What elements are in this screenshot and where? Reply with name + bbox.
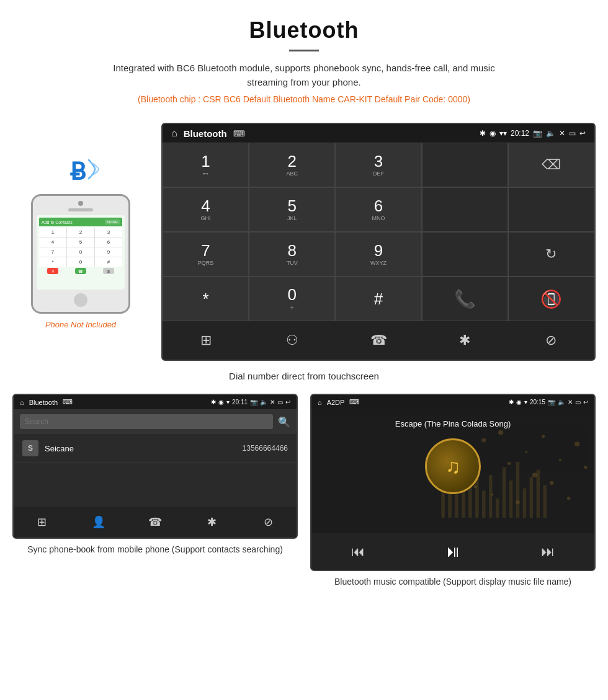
dial-key-6[interactable]: 6 MNO	[335, 187, 421, 232]
music-back[interactable]: ↩	[583, 399, 588, 405]
music-sig: ▾	[524, 399, 527, 405]
close-icon[interactable]: ✕	[559, 129, 565, 138]
svg-rect-30	[516, 462, 519, 518]
dial-key-4[interactable]: 4 GHI	[163, 187, 249, 232]
next-button[interactable]: ⏭	[529, 544, 567, 560]
svg-point-16	[567, 497, 570, 500]
phonebook-empty	[14, 463, 297, 507]
music-cam: 📷	[548, 399, 555, 405]
nav-contacts[interactable]: ⚇	[249, 327, 335, 353]
svg-rect-34	[543, 485, 547, 518]
dial-key-7[interactable]: 7 PQRS	[163, 232, 249, 277]
song-title: Escape (The Pina Colada Song)	[395, 419, 511, 428]
music-main-area: Escape (The Pina Colada Song) ♫	[311, 409, 594, 533]
prev-button[interactable]: ⏮	[339, 544, 377, 560]
phone-dial-grid: 1 2 3 4 5 6 7 8 9 * 0 #	[39, 228, 122, 267]
phonebook-item: ⌂ Bluetooth ⌨ ✱ ◉ ▾ 20:11 📷 🔈 ✕ ▭ ↩	[12, 394, 298, 588]
phone-screen: Add to Contacts MORE 1 2 3 4 5 6 7 8 9 *…	[37, 215, 125, 290]
location-icon: ◉	[490, 129, 496, 138]
pb-signal: ▾	[226, 399, 230, 405]
pb-win[interactable]: ▭	[277, 399, 283, 405]
svg-rect-32	[530, 477, 533, 518]
empty-cell-3	[508, 187, 594, 232]
dial-key-2[interactable]: 2 ABC	[249, 143, 335, 187]
search-input[interactable]	[20, 414, 273, 429]
pb-nav-phone[interactable]: ☎	[127, 512, 183, 533]
phonebook-caption: Sync phone-book from mobile phone (Suppo…	[27, 544, 283, 556]
refresh-key[interactable]: ↻	[508, 232, 594, 277]
phonebook-screen: ⌂ Bluetooth ⌨ ✱ ◉ ▾ 20:11 📷 🔈 ✕ ▭ ↩	[12, 394, 298, 539]
phone-screen-header: Add to Contacts MORE	[39, 218, 122, 226]
phone-mockup: Add to Contacts MORE 1 2 3 4 5 6 7 8 9 *…	[31, 194, 130, 314]
svg-point-9	[507, 462, 511, 465]
pb-cam: 📷	[250, 399, 257, 405]
back-icon[interactable]: ↩	[579, 129, 586, 138]
svg-rect-21	[455, 495, 458, 518]
window-icon[interactable]: ▭	[569, 129, 576, 138]
svg-point-8	[498, 430, 503, 435]
phone-speaker	[68, 208, 93, 211]
dial-key-star[interactable]: *	[163, 277, 249, 321]
music-close[interactable]: ✕	[568, 399, 573, 405]
camera-icon: 📷	[533, 129, 542, 138]
dial-key-0[interactable]: 0 +	[249, 277, 335, 321]
title-divider	[289, 50, 319, 51]
dial-key-3[interactable]: 3 DEF	[335, 143, 421, 187]
svg-rect-29	[509, 481, 512, 518]
nav-bluetooth[interactable]: ✱	[422, 327, 508, 353]
phone-home-button	[74, 293, 87, 307]
phonebook-search-row: 🔍	[14, 409, 297, 434]
contact-row[interactable]: S Seicane 13566664466	[14, 434, 297, 463]
nav-dialpad[interactable]: ⊞	[163, 327, 249, 353]
nav-phone[interactable]: ☎	[335, 327, 421, 353]
pb-nav-contacts[interactable]: 👤	[70, 512, 127, 533]
dial-key-hash[interactable]: #	[335, 277, 421, 321]
bluetooth-specs: (Bluetooth chip : CSR BC6 Default Blueto…	[12, 94, 596, 104]
music-title: A2DP	[327, 399, 345, 406]
empty-cell-2	[422, 187, 508, 232]
music-caption: Bluetooth music compatible (Support disp…	[334, 576, 571, 588]
home-icon[interactable]: ⌂	[171, 128, 177, 139]
phone-container: Ƀ Add to Contacts MORE 1 2 3 4 5	[12, 123, 149, 329]
car-bottom-nav: ⊞ ⚇ ☎ ✱ ⊘	[163, 321, 594, 360]
phone-camera	[78, 201, 83, 206]
phonebook-bottom-nav: ⊞ 👤 ☎ ✱ ⊘	[14, 507, 297, 538]
pb-nav-bt[interactable]: ✱	[184, 512, 240, 533]
pb-nav-dialpad[interactable]: ⊞	[14, 512, 70, 533]
backspace-key[interactable]: ⌫	[508, 143, 594, 187]
pb-back[interactable]: ↩	[285, 399, 290, 405]
pb-home-icon[interactable]: ⌂	[20, 399, 24, 406]
svg-rect-28	[503, 467, 506, 518]
dialpad-area: 1 ⊷ 2 ABC 3 DEF ⌫ 4 GHI	[163, 143, 594, 321]
phonebook-status-bar: ⌂ Bluetooth ⌨ ✱ ◉ ▾ 20:11 📷 🔈 ✕ ▭ ↩	[14, 395, 297, 409]
album-art: ♫	[425, 438, 481, 494]
pb-nav-disconnect[interactable]: ⊘	[240, 512, 297, 533]
car-status-bar: ⌂ Bluetooth ⌨ ✱ ◉ ▾▾ 20:12 📷 🔈 ✕ ▭ ↩	[163, 124, 594, 143]
time-display: 20:12	[511, 129, 529, 138]
call-button[interactable]: 📞	[422, 277, 508, 321]
pb-close[interactable]: ✕	[270, 399, 275, 405]
nav-disconnect[interactable]: ⊘	[508, 327, 594, 353]
main-content: Ƀ Add to Contacts MORE 1 2 3 4 5	[0, 123, 608, 361]
play-pause-button[interactable]: ⏯	[432, 542, 473, 561]
screen-title: Bluetooth	[184, 128, 227, 139]
search-icon[interactable]: 🔍	[278, 416, 290, 428]
svg-point-13	[542, 435, 545, 438]
contact-name: Seicane	[45, 444, 243, 453]
page-header: Bluetooth Integrated with BC6 Bluetooth …	[0, 0, 608, 123]
dial-key-9[interactable]: 9 WXYZ	[335, 232, 421, 277]
page-description: Integrated with BC6 Bluetooth module, su…	[93, 61, 515, 89]
svg-point-15	[559, 458, 561, 461]
contact-avatar: S	[22, 440, 38, 456]
dial-key-5[interactable]: 5 JKL	[249, 187, 335, 232]
end-call-button[interactable]: 📵	[508, 277, 594, 321]
pb-loc-icon: ◉	[218, 399, 224, 405]
dial-key-8[interactable]: 8 TUV	[249, 232, 335, 277]
music-status-bar: ⌂ A2DP ⌨ ✱ ◉ ▾ 20:15 📷 🔈 ✕ ▭ ↩	[311, 395, 594, 409]
svg-point-11	[525, 451, 528, 453]
music-win[interactable]: ▭	[575, 399, 581, 405]
dial-key-1[interactable]: 1 ⊷	[163, 143, 249, 187]
music-note-icon: ♫	[445, 455, 460, 478]
music-item: ⌂ A2DP ⌨ ✱ ◉ ▾ 20:15 📷 🔈 ✕ ▭ ↩	[310, 394, 596, 588]
music-home-icon[interactable]: ⌂	[318, 399, 322, 406]
